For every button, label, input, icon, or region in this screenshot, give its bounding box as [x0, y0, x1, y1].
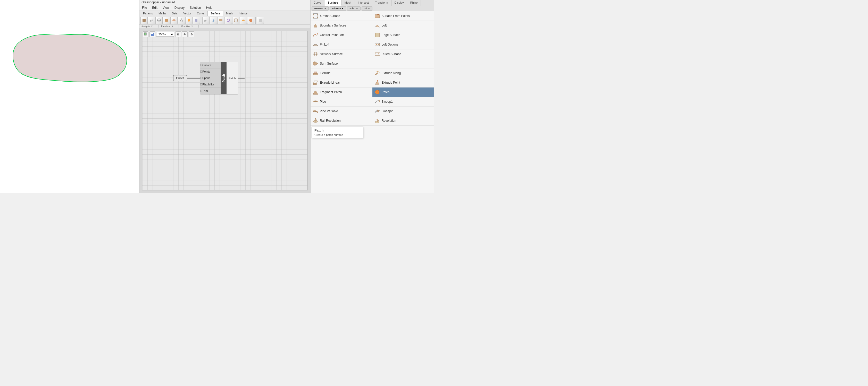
toolbar-icon-4[interactable]	[163, 17, 170, 24]
surface-item-4point[interactable]: 4Point Surface	[311, 11, 372, 21]
svg-point-34	[378, 44, 379, 45]
surface-item-boundary[interactable]: Boundary Surfaces	[311, 21, 372, 30]
canvas-area[interactable]: 250% 100% 150% 200% ⊞ 👁 ⚙ Curve	[140, 28, 310, 193]
toolbar-icon-16[interactable]	[257, 17, 264, 24]
toolbar-icon-11[interactable]	[217, 17, 224, 24]
surface-item-extrude-linear[interactable]: Extrude Linear	[311, 78, 372, 87]
connection-wire	[187, 78, 200, 78]
surface-item-loft-options[interactable]: Loft Options	[372, 40, 434, 49]
toolbar-icon-14[interactable]	[240, 17, 247, 24]
surface-item-pipe-variable-label: Pipe Variable	[320, 109, 338, 113]
surface-item-edge-surface[interactable]: Edge Surface	[372, 30, 434, 40]
surface-item-extrude-linear-label: Extrude Linear	[320, 81, 340, 84]
extrude-along-icon	[374, 70, 380, 76]
toolbar-icon-6[interactable]	[178, 17, 185, 24]
toolbar-icon-10[interactable]	[210, 17, 217, 24]
port-points: Points	[200, 68, 221, 75]
patch-tooltip: Patch Create a patch surface	[312, 127, 363, 138]
surface-item-loft[interactable]: Loft	[372, 21, 434, 30]
surface-item-pipe[interactable]: Pipe	[311, 97, 372, 107]
tab-sets[interactable]: Sets	[169, 11, 180, 16]
surface-item-cp-loft[interactable]: Control Point Loft	[311, 30, 372, 40]
surface-item-extrude-point[interactable]: Extrude Point	[372, 78, 434, 87]
surface-item-sweep1[interactable]: Sweep1	[372, 97, 434, 107]
view-mode-btn[interactable]: 👁	[182, 31, 188, 37]
fragment-patch-icon	[313, 89, 318, 95]
surface-item-fragment-patch[interactable]: Fragment Patch	[311, 87, 372, 97]
tab-params[interactable]: Params	[141, 11, 155, 16]
extrude-point-icon	[374, 80, 380, 85]
tab-intersect[interactable]: Interse	[236, 11, 250, 16]
menu-display[interactable]: Display	[173, 5, 186, 10]
output-patch: Patch	[226, 75, 238, 81]
surface-item-network[interactable]: Network Surface	[311, 49, 372, 59]
boundary-icon	[313, 23, 318, 28]
toolbar-icon-12[interactable]	[225, 17, 232, 24]
panel-tab-mesh[interactable]: Mesh	[341, 0, 355, 6]
panel-tab-curve[interactable]: Curve	[311, 0, 324, 6]
panel-tab-display[interactable]: Display	[392, 0, 407, 6]
toolbar-icon-3[interactable]	[155, 17, 163, 24]
surface-item-from-points-label: Surface From Points	[382, 14, 410, 18]
panel-tab-surface[interactable]: Surface	[324, 0, 341, 6]
section-btn-primitive[interactable]: Primitive ▼	[330, 6, 346, 10]
panel-tab-rhino[interactable]: Rhino	[407, 0, 421, 6]
new-file-btn[interactable]	[143, 31, 149, 37]
toolbar-icon-8[interactable]	[193, 17, 200, 24]
panel-tab-transform[interactable]: Transform	[372, 0, 392, 6]
toolbar-icon-5[interactable]	[170, 17, 178, 24]
zoom-fit-btn[interactable]: ⊞	[175, 31, 181, 37]
toolbar-icon-7[interactable]	[185, 17, 192, 24]
surface-item-fragment-patch-label: Fragment Patch	[320, 90, 342, 94]
surface-item-sweep1-label: Sweep1	[382, 100, 393, 103]
surface-item-fit-loft[interactable]: Fit Loft	[311, 40, 372, 49]
section-btn-freeform[interactable]: Freeform ▼	[312, 6, 329, 10]
loft-options-icon	[374, 42, 380, 47]
panel-section-header: Freeform ▼ Primitive ▼ SubD ▼ Util ▼	[311, 6, 434, 11]
svg-rect-7	[195, 19, 197, 22]
tab-surface[interactable]: Surface	[208, 11, 223, 16]
loft-icon	[374, 23, 380, 28]
surface-item-sweep2[interactable]: Sweep2	[372, 107, 434, 116]
svg-point-48	[375, 90, 379, 94]
surface-item-rail-revolution[interactable]: Rail Revolution	[311, 116, 372, 126]
toolbar-icon-13[interactable]	[232, 17, 240, 24]
panel-tab-intersect[interactable]: Intersect	[355, 0, 372, 6]
toolbar-icon-15[interactable]	[247, 17, 254, 24]
group-label-primitive[interactable]: Primitive ▼	[179, 25, 199, 28]
menu-file[interactable]: File	[141, 5, 149, 10]
input-node[interactable]: Curve	[173, 75, 187, 81]
toolbar-icon-2[interactable]: m²	[148, 17, 155, 24]
svg-point-28	[317, 33, 318, 34]
surface-item-extrude-along[interactable]: Extrude Along	[372, 68, 434, 78]
save-btn[interactable]	[150, 31, 155, 37]
tab-vector[interactable]: Vector	[181, 11, 194, 16]
menu-bar: File Edit View Display Solution Help	[140, 5, 310, 11]
menu-help[interactable]: Help	[205, 5, 214, 10]
settings-btn[interactable]: ⚙	[189, 31, 194, 37]
section-btn-util[interactable]: Util ▼	[362, 6, 372, 10]
group-label-freeform[interactable]: Freeform ▼	[159, 25, 179, 28]
menu-solution[interactable]: Solution	[188, 5, 202, 10]
section-btn-subd[interactable]: SubD ▼	[347, 6, 361, 10]
patch-component[interactable]: Curves Points Spans Flexibility Trim Pat…	[200, 62, 238, 95]
surface-item-extrude[interactable]: Extrude	[311, 68, 372, 78]
zoom-select[interactable]: 250% 100% 150% 200%	[156, 32, 174, 37]
tab-curve[interactable]: Curve	[194, 11, 207, 16]
surface-item-ruled[interactable]: Ruled Surface	[372, 49, 434, 59]
surface-item-from-points[interactable]: Surface From Points	[372, 11, 434, 21]
surface-item-extrude-along-label: Extrude Along	[382, 71, 401, 75]
toolbar-icon-9[interactable]: m³	[202, 17, 210, 24]
surface-item-patch[interactable]: Patch	[372, 87, 434, 97]
toolbar-icon-1[interactable]	[141, 17, 148, 24]
gh-tab-bar: Params Maths Sets Vector Curve Surface M…	[140, 11, 310, 16]
surface-item-revolution[interactable]: Revolution	[372, 116, 434, 126]
cp-loft-icon	[313, 32, 318, 38]
tab-mesh[interactable]: Mesh	[223, 11, 236, 16]
surface-item-pipe-label: Pipe	[320, 100, 326, 103]
tab-maths[interactable]: Maths	[156, 11, 169, 16]
surface-item-pipe-variable[interactable]: Pipe Variable	[311, 107, 372, 116]
menu-edit[interactable]: Edit	[151, 5, 159, 10]
menu-view[interactable]: View	[161, 5, 171, 10]
surface-item-sum[interactable]: Sum Surface	[311, 59, 372, 68]
